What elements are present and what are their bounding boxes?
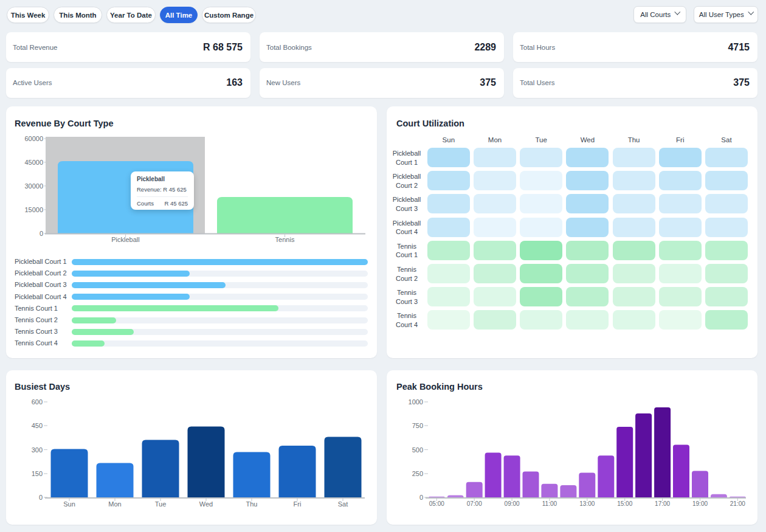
svg-text:Wed: Wed — [199, 500, 213, 508]
svg-text:Pickleball: Pickleball — [111, 236, 139, 243]
svg-text:17:00: 17:00 — [655, 500, 670, 507]
svg-text:0: 0 — [40, 230, 43, 237]
svg-text:150: 150 — [32, 470, 43, 477]
svg-text:21:00: 21:00 — [730, 500, 745, 507]
svg-text:600: 600 — [32, 398, 43, 406]
svg-text:500: 500 — [412, 446, 423, 454]
svg-text:11:00: 11:00 — [542, 500, 557, 507]
svg-text:750: 750 — [412, 422, 423, 429]
svg-text:Tue: Tue — [155, 500, 167, 508]
svg-text:30000: 30000 — [24, 182, 43, 190]
svg-text:Thu: Thu — [246, 500, 258, 508]
svg-text:15000: 15000 — [24, 206, 43, 213]
svg-text:0: 0 — [419, 494, 423, 501]
svg-text:250: 250 — [412, 470, 423, 477]
svg-text:19:00: 19:00 — [692, 500, 708, 507]
svg-text:Sat: Sat — [338, 500, 348, 508]
svg-text:Tennis: Tennis — [275, 236, 295, 243]
svg-text:Fri: Fri — [294, 500, 302, 508]
svg-text:450: 450 — [32, 422, 43, 429]
svg-text:15:00: 15:00 — [617, 500, 632, 507]
svg-text:Mon: Mon — [108, 500, 121, 508]
svg-text:05:00: 05:00 — [429, 500, 444, 507]
svg-text:45000: 45000 — [24, 159, 43, 166]
svg-text:13:00: 13:00 — [579, 500, 595, 507]
svg-text:07:00: 07:00 — [467, 500, 482, 507]
svg-text:09:00: 09:00 — [505, 500, 520, 507]
svg-text:1000: 1000 — [409, 398, 423, 406]
svg-text:0: 0 — [39, 494, 43, 501]
svg-text:60000: 60000 — [24, 135, 43, 142]
svg-text:Sun: Sun — [63, 500, 75, 508]
svg-text:300: 300 — [32, 446, 43, 454]
